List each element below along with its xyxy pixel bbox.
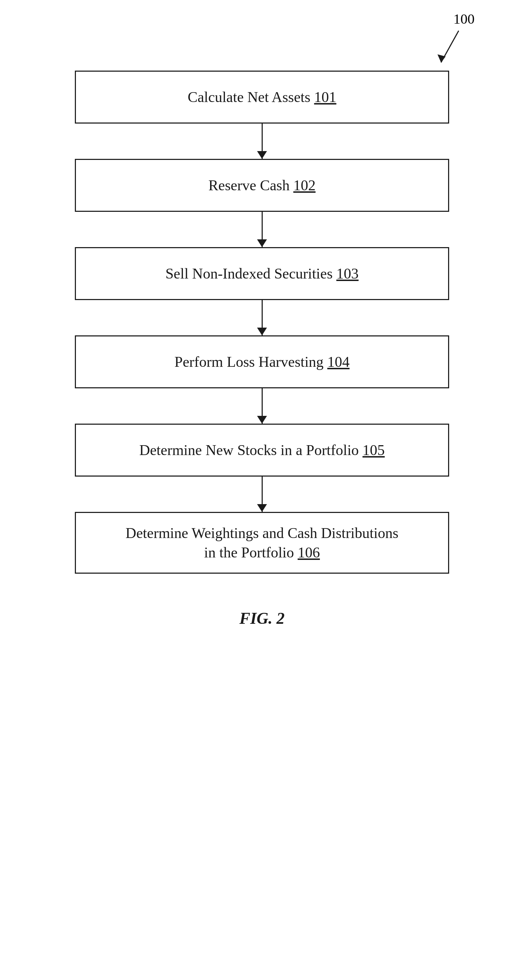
arrow-4 [262,388,263,424]
reference-number: 100 [453,11,475,27]
diagram-container: 100 Calculate Net Assets 101 Reserve Cas… [0,0,524,628]
box-105-ref: 105 [363,442,385,458]
arrow-2 [262,212,263,247]
box-102-ref: 102 [293,177,316,194]
box-103-label: Sell Non-Indexed Securities 103 [165,264,358,283]
box-determine-weightings: Determine Weightings and Cash Distributi… [75,512,449,574]
box-104-label: Perform Loss Harvesting 104 [174,352,350,372]
box-perform-loss-harvesting: Perform Loss Harvesting 104 [75,336,449,388]
box-determine-new-stocks: Determine New Stocks in a Portfolio 105 [75,424,449,477]
box-calculate-net-assets: Calculate Net Assets 101 [75,71,449,124]
arrow-1 [262,124,263,159]
box-102-label: Reserve Cash 102 [208,176,315,195]
box-106-label: Determine Weightings and Cash Distributi… [126,523,399,562]
box-104-ref: 104 [327,354,350,370]
diagonal-arrow-icon [432,29,468,68]
figure-caption: FIG. 2 [239,609,285,628]
box-reserve-cash: Reserve Cash 102 [75,159,449,212]
arrow-3 [262,300,263,336]
arrow-5 [262,477,263,512]
box-sell-non-indexed: Sell Non-Indexed Securities 103 [75,247,449,300]
box-105-label: Determine New Stocks in a Portfolio 105 [139,441,384,460]
top-reference: 100 [432,11,475,68]
box-101-ref: 101 [314,89,336,105]
box-101-label: Calculate Net Assets 101 [188,88,336,107]
box-103-ref: 103 [336,266,359,282]
box-106-ref: 106 [298,544,320,561]
